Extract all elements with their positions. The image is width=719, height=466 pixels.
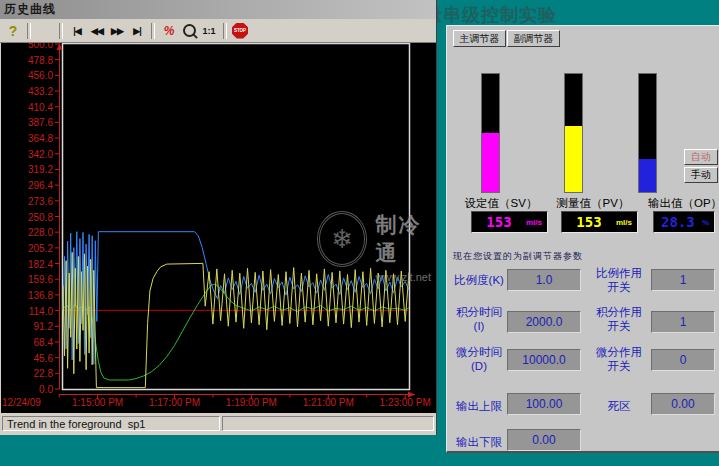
param-label-proportional-band-k: 比例度(K)	[451, 269, 507, 291]
param-input-output-lower-limit[interactable]: 0.00	[507, 429, 581, 451]
y-axis-tick-label: 433.2	[1, 86, 53, 97]
auto-mode-button[interactable]: 自动	[684, 149, 718, 165]
desktop-window-title: 量串级控制实验	[424, 3, 557, 27]
y-axis-tick-label: 205.2	[1, 243, 53, 254]
op-label: 输出值（OP）	[639, 196, 719, 211]
param-label-integral-action-switch: 积分作用 开关	[589, 304, 649, 334]
pv-unit: ml/s	[616, 218, 637, 227]
op-bar-gauge	[638, 73, 657, 193]
watermark-snowflake-icon: ❄	[317, 211, 367, 267]
y-axis-tick-label: 387.6	[1, 117, 53, 128]
x-axis-date-label: 12/24/09	[2, 397, 41, 408]
y-axis-tick-label: 500.0	[1, 43, 53, 50]
toolbar-separator	[151, 23, 155, 39]
watermark-url: www.zlt.net	[375, 271, 436, 283]
y-axis-tick-label: 342.0	[1, 149, 53, 160]
y-axis-tick-label: 0.0	[1, 384, 53, 395]
pv-label: 测量值（PV）	[547, 196, 639, 211]
stop-icon[interactable]: STOP	[232, 23, 248, 39]
y-axis-tick-label: 136.8	[1, 290, 53, 301]
y-axis-tick-label: 478.8	[1, 55, 53, 66]
y-axis-tick-label: 91.2	[1, 321, 53, 332]
param-input-proportional-band-k[interactable]: 1.0	[507, 269, 581, 291]
param-label-output-upper-limit: 输出上限	[451, 398, 507, 414]
param-label-derivative-time-d: 微分时间 (D)	[451, 344, 507, 374]
history-trend-window: 历史曲线 ? |◀ ◀◀ ▶▶ ▶| % 1:1 STOP ❄ 制冷通 www.…	[0, 0, 437, 435]
param-input-integral-time-i[interactable]: 2000.0	[507, 311, 581, 333]
x-axis-tick-label: 1:15:00 PM	[63, 397, 133, 408]
param-label-output-lower-limit: 输出下限	[451, 434, 507, 450]
watermark-name: 制冷通	[375, 211, 436, 267]
y-axis-tick-label: 319.2	[1, 164, 53, 175]
op-value-display: 28.3 %	[653, 211, 715, 233]
toolbar: ? |◀ ◀◀ ▶▶ ▶| % 1:1 STOP	[0, 19, 436, 43]
status-message: Trend in the foreground sp1	[2, 416, 220, 431]
toolbar-separator	[223, 23, 227, 39]
param-label-derivative-action-switch: 微分作用 开关	[589, 344, 649, 374]
fast-forward-icon[interactable]: ▶▶	[108, 22, 126, 40]
y-axis-tick-label: 114.0	[1, 306, 53, 317]
pv-bar-gauge	[564, 73, 583, 193]
trend-chart-area: ❄ 制冷通 www.zlt.net 500.0478.8456.0433.241…	[1, 43, 436, 413]
y-axis-tick-label: 456.0	[1, 70, 53, 81]
watermark: ❄ 制冷通 www.zlt.net	[317, 211, 436, 283]
cascade-control-panel: 主调节器 副调节器 设定值（SV） 测量值（PV） 输出值（OP） 153 ml…	[446, 25, 719, 453]
param-input-derivative-time-d[interactable]: 10000.0	[507, 349, 581, 371]
y-axis-tick-label: 182.4	[1, 259, 53, 270]
toolbar-separator	[59, 23, 63, 39]
fast-back-icon[interactable]: ◀◀	[88, 22, 106, 40]
param-input-proportional-action-switch[interactable]: 1	[651, 269, 715, 291]
window-title: 历史曲线	[0, 1, 56, 18]
sv-bar-fill	[482, 133, 499, 192]
go-start-icon[interactable]: |◀	[68, 22, 86, 40]
pv-bar-fill	[565, 126, 582, 192]
param-input-output-upper-limit[interactable]: 100.00	[507, 393, 581, 415]
title-bar[interactable]: 历史曲线	[0, 0, 436, 19]
scale-icon[interactable]: %	[160, 22, 178, 40]
param-input-derivative-action-switch[interactable]: 0	[651, 349, 715, 371]
y-axis-tick-label: 273.6	[1, 196, 53, 207]
y-axis-tick-label: 250.8	[1, 212, 53, 223]
y-axis-tick-label: 45.6	[1, 353, 53, 364]
y-axis-tick-label: 159.6	[1, 274, 53, 285]
param-input-integral-action-switch[interactable]: 1	[651, 311, 715, 333]
param-label-proportional-action-switch: 比例作用 开关	[589, 265, 649, 295]
zoom-icon[interactable]	[183, 24, 196, 37]
sv-unit: ml/s	[526, 218, 547, 227]
x-axis-tick-label: 1:19:00 PM	[216, 397, 286, 408]
x-axis-tick-label: 1:21:00 PM	[293, 397, 363, 408]
sv-bar-gauge	[481, 73, 500, 193]
help-icon[interactable]: ?	[4, 22, 22, 40]
one-to-one-icon[interactable]: 1:1	[200, 22, 218, 40]
manual-mode-button[interactable]: 手动	[684, 167, 718, 183]
sv-label: 设定值（SV）	[455, 196, 547, 211]
tab-secondary-regulator[interactable]: 副调节器	[507, 30, 560, 47]
x-axis-tick-label: 1:23:00 PM	[370, 397, 436, 408]
param-label-integral-time-i: 积分时间 (I)	[451, 304, 507, 334]
param-label-dead-zone: 死区	[589, 398, 649, 414]
toolbar-separator	[27, 23, 31, 39]
param-input-dead-zone[interactable]: 0.00	[651, 393, 715, 415]
y-axis-tick-label: 296.4	[1, 180, 53, 191]
sv-value-display: 153 ml/s	[471, 211, 548, 233]
y-axis-tick-label: 410.4	[1, 102, 53, 113]
params-caption: 现在您设置的为副调节器参数	[453, 250, 583, 263]
tab-main-regulator[interactable]: 主调节器	[453, 30, 506, 47]
status-bar: Trend in the foreground sp1	[0, 413, 436, 435]
x-axis-tick-label: 1:17:00 PM	[139, 397, 209, 408]
y-axis-tick-label: 228.0	[1, 227, 53, 238]
y-axis-tick-label: 68.4	[1, 337, 53, 348]
pv-value-display: 153 ml/s	[561, 211, 638, 233]
go-end-icon[interactable]: ▶|	[128, 22, 146, 40]
y-axis-tick-label: 22.8	[1, 368, 53, 379]
op-unit: %	[702, 218, 714, 227]
y-axis-tick-label: 364.8	[1, 133, 53, 144]
op-bar-fill	[639, 159, 656, 192]
status-cell-2	[222, 416, 434, 431]
